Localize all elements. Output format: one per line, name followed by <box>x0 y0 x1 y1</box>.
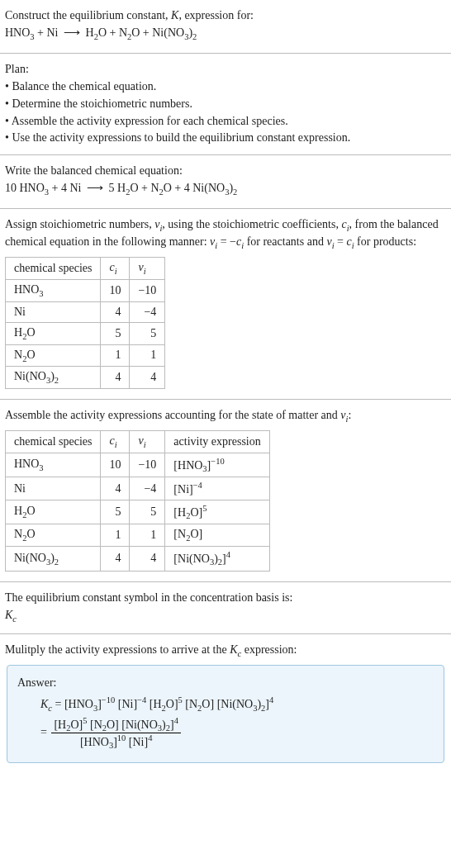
intro-equation: HNO3 + Ni ⟶ H2O + N2O + Ni(NO3)2 <box>5 26 446 43</box>
cell-nu: 1 <box>130 524 165 547</box>
answer-box: Answer: Kc = [HNO3]−10 [Ni]−4 [H2O]5 [N2… <box>7 665 444 763</box>
table-row: Ni4−4 <box>6 301 165 322</box>
activity-table: chemical species ci νi activity expressi… <box>5 430 270 572</box>
intro-section: Construct the equilibrium constant, K, e… <box>0 0 451 53</box>
assign-a: Assign stoichiometric numbers, <box>5 218 154 230</box>
multiply-section: Mulitply the activity expressions to arr… <box>0 634 451 778</box>
cell-sp: Ni <box>6 301 101 322</box>
table-row: N2O11[N2O] <box>6 524 270 547</box>
multiply-text: Mulitply the activity expressions to arr… <box>5 643 446 660</box>
th-ci: ci <box>101 431 130 453</box>
table-row: Ni4−4[Ni]−4 <box>6 477 270 500</box>
cell-ci: 10 <box>101 279 130 301</box>
cell-sp: N2O <box>6 344 101 367</box>
stoich-table: chemical species ci νi HNO310−10 Ni4−4 H… <box>5 257 165 389</box>
cell-act: [N2O] <box>165 524 269 547</box>
cell-nu: −10 <box>130 279 165 301</box>
table-row: N2O11 <box>6 344 165 367</box>
cell-nu: 5 <box>130 322 165 344</box>
cell-act: [Ni(NO3)2]4 <box>165 547 269 571</box>
cell-sp: N2O <box>6 524 101 547</box>
assign-rel2-nu: νi <box>326 235 334 248</box>
table-row: HNO310−10[HNO3]−10 <box>6 453 270 477</box>
cell-sp: Ni <box>6 477 101 500</box>
answer-kc: Kc <box>40 698 52 710</box>
th-ci: ci <box>101 258 130 280</box>
answer-eq: = <box>52 698 64 710</box>
assemble-text: Assemble the activity expressions accoun… <box>5 408 446 425</box>
assign-rel1-c: ci <box>236 235 244 248</box>
th-activity: activity expression <box>165 431 269 453</box>
plan-b4: • Use the activity expressions to build … <box>5 130 446 146</box>
assemble-a: Assemble the activity expressions accoun… <box>5 409 340 421</box>
cell-ci: 4 <box>101 367 130 389</box>
cell-nu: −4 <box>130 301 165 322</box>
th-species: chemical species <box>6 258 101 280</box>
balanced-heading: Write the balanced chemical equation: <box>5 164 446 179</box>
assign-rel1: νi <box>210 235 217 248</box>
answer-line1: Kc = [HNO3]−10 [Ni]−4 [H2O]5 [N2O] [Ni(N… <box>40 695 434 712</box>
cell-nu: −4 <box>130 477 165 500</box>
cell-act: [HNO3]−10 <box>165 453 269 477</box>
table-row: Ni(NO3)244 <box>6 367 165 389</box>
cell-ci: 1 <box>101 524 130 547</box>
assign-c1: ci <box>341 218 349 230</box>
intro-text-a: Construct the equilibrium constant, <box>5 9 171 21</box>
assign-rel1-mid: = − <box>217 235 236 248</box>
assemble-section: Assemble the activity expressions accoun… <box>0 400 451 581</box>
assign-e: for products: <box>354 235 416 248</box>
cell-ci: 4 <box>101 301 130 322</box>
assign-b: , using the stoichiometric coefficients, <box>162 218 341 230</box>
cell-ci: 5 <box>101 500 130 524</box>
answer-heading: Answer: <box>17 676 434 691</box>
table-row: H2O55[H2O]5 <box>6 500 270 524</box>
cell-sp: Ni(NO3)2 <box>6 367 101 389</box>
multiply-kc: Kc <box>230 643 241 656</box>
cell-ci: 1 <box>101 344 130 367</box>
cell-sp: H2O <box>6 322 101 344</box>
assign-section: Assign stoichiometric numbers, νi, using… <box>0 209 451 399</box>
cell-nu: 4 <box>130 367 165 389</box>
cell-act: [Ni]−4 <box>165 477 269 500</box>
balanced-equation: 10 HNO3 + 4 Ni ⟶ 5 H2O + N2O + 4 Ni(NO3)… <box>5 181 446 198</box>
cell-ci: 5 <box>101 322 130 344</box>
cell-sp: HNO3 <box>6 453 101 477</box>
table-header-row: chemical species ci νi <box>6 258 165 280</box>
plan-b1: • Balance the chemical equation. <box>5 79 446 95</box>
cell-nu: 1 <box>130 344 165 367</box>
intro-line1: Construct the equilibrium constant, K, e… <box>5 8 446 24</box>
plan-b2: • Determine the stoichiometric numbers. <box>5 97 446 112</box>
cell-nu: 5 <box>130 500 165 524</box>
symbol-section: The equilibrium constant symbol in the c… <box>0 582 451 633</box>
th-nu: νi <box>130 258 165 280</box>
answer-eq2: = <box>40 726 50 738</box>
multiply-b: expression: <box>241 643 297 656</box>
plan-b3: • Assemble the activity expression for e… <box>5 114 446 130</box>
symbol-kc: Kc <box>5 608 446 625</box>
cell-sp: HNO3 <box>6 279 101 301</box>
cell-ci: 10 <box>101 453 130 477</box>
th-species: chemical species <box>6 431 101 453</box>
assign-text: Assign stoichiometric numbers, νi, using… <box>5 217 446 252</box>
table-row: H2O55 <box>6 322 165 344</box>
assign-nu1: νi <box>154 218 162 230</box>
answer-flat: [HNO3]−10 [Ni]−4 [H2O]5 [N2O] [Ni(NO3)2]… <box>64 698 273 710</box>
answer-line2: = [H2O]5 [N2O] [Ni(NO3)2]4 [HNO3]10 [Ni]… <box>40 716 434 751</box>
assign-rel2-mid: = <box>335 235 347 248</box>
answer-fraction: [H2O]5 [N2O] [Ni(NO3)2]4 [HNO3]10 [Ni]4 <box>51 716 181 751</box>
assemble-b: : <box>348 409 351 421</box>
cell-nu: −10 <box>130 453 165 477</box>
assign-d: for reactants and <box>244 235 326 248</box>
table-row: Ni(NO3)244[Ni(NO3)2]4 <box>6 547 270 571</box>
th-nu: νi <box>130 431 165 453</box>
answer-frac-den: [HNO3]10 [Ni]4 <box>51 733 181 750</box>
cell-nu: 4 <box>130 547 165 571</box>
cell-ci: 4 <box>101 477 130 500</box>
assign-rel2-c: ci <box>346 235 354 248</box>
symbol-text: The equilibrium constant symbol in the c… <box>5 591 446 606</box>
multiply-a: Mulitply the activity expressions to arr… <box>5 643 230 656</box>
plan-heading: Plan: <box>5 62 446 78</box>
intro-K: K <box>171 9 178 21</box>
answer-frac-num: [H2O]5 [N2O] [Ni(NO3)2]4 <box>51 716 181 733</box>
balanced-section: Write the balanced chemical equation: 10… <box>0 155 451 208</box>
